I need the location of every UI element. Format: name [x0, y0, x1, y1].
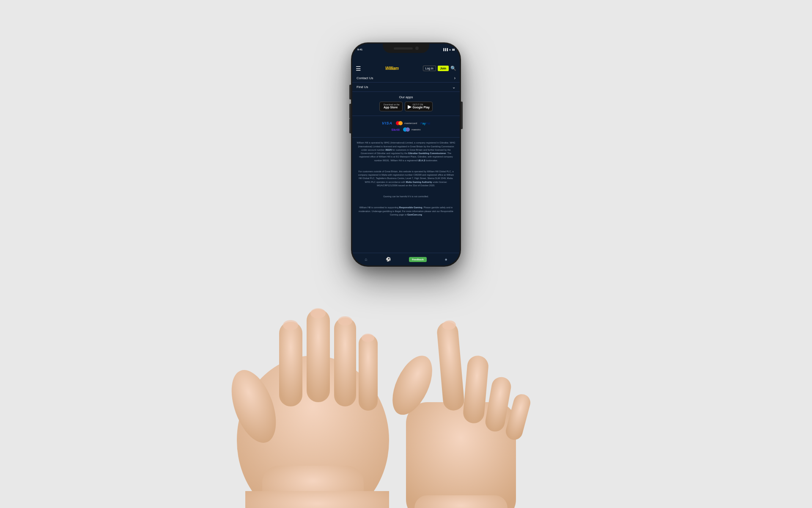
- bottom-nav-home[interactable]: ⌂: [365, 257, 368, 262]
- app-store-button[interactable]: Download on the App Store: [379, 102, 403, 111]
- skrill-logo: Skrill: [391, 128, 400, 132]
- maestro-text: maestro: [411, 128, 421, 131]
- brand-logo: William: [385, 66, 398, 71]
- svg-point-7: [310, 308, 326, 318]
- visa-logo: VISA: [382, 121, 392, 125]
- legal-text-1: William Hill is operated by WHG (Interna…: [357, 141, 455, 162]
- mastercard-logo: mastercard: [396, 121, 417, 125]
- notch-speaker: [394, 47, 413, 50]
- svg-point-9: [362, 334, 374, 342]
- find-us-label: Find Us: [357, 85, 368, 89]
- svg-rect-4: [334, 318, 356, 406]
- svg-rect-19: [414, 495, 508, 508]
- find-us-chevron-icon: ⌄: [452, 85, 455, 89]
- right-hand: [381, 224, 541, 508]
- svg-point-6: [283, 320, 298, 330]
- svg-rect-11: [245, 491, 389, 508]
- find-us-row[interactable]: Find Us ⌄: [352, 83, 460, 92]
- mc-circles: [396, 121, 403, 125]
- svg-rect-5: [359, 334, 378, 411]
- app-buttons: Download on the App Store ▶ GET IT ON Go…: [357, 102, 455, 111]
- google-play-name: Google Play: [413, 106, 430, 109]
- contact-us-label: Contact Us: [357, 76, 373, 80]
- app-store-texts: Download on the App Store: [384, 104, 400, 109]
- app-store-name: App Store: [384, 106, 400, 109]
- mastercard-text: mastercard: [404, 122, 417, 124]
- payment-row-1: VISA mastercard PayPal: [357, 121, 455, 125]
- maestro-circle-purple: [406, 127, 410, 132]
- contact-us-row[interactable]: Contact Us ›: [352, 74, 460, 83]
- legal-text-4: William Hill is committed to supporting …: [357, 206, 455, 216]
- paypal-logo: PayPal: [420, 122, 430, 125]
- search-icon[interactable]: 🔍: [450, 66, 456, 71]
- scene: 9:41 ▐▐▐ ▲ ▮▮ ☰ William Log in Jo: [0, 0, 812, 508]
- svg-rect-3: [307, 309, 330, 402]
- legal-text-3: Gaming can be harmful if it is not contr…: [357, 195, 455, 198]
- status-time: 9:41: [357, 48, 362, 51]
- signal-icon: ▐▐▐: [442, 48, 448, 51]
- hamburger-icon[interactable]: ☰: [356, 65, 361, 72]
- maestro-logo: maestro: [403, 127, 421, 132]
- google-play-texts: GET IT ON Google Play: [413, 104, 430, 109]
- contact-chevron-icon: ›: [454, 76, 455, 80]
- payment-row-2: Skrill maestro: [357, 127, 455, 132]
- legal-text-2: For customers outside of Great Britain, …: [357, 170, 455, 187]
- our-apps-section: Our apps Download on the App Store ▶: [352, 92, 460, 116]
- join-button[interactable]: Join: [438, 66, 449, 71]
- navbar: ☰ William Log in Join 🔍: [352, 53, 460, 74]
- left-hand: [228, 229, 406, 508]
- payment-section: VISA mastercard PayPal: [352, 116, 460, 138]
- status-icons: ▐▐▐ ▲ ▮▮: [442, 48, 455, 51]
- google-play-icon: ▶: [408, 104, 411, 109]
- svg-point-8: [338, 316, 352, 326]
- svg-rect-14: [436, 321, 465, 411]
- battery-icon: ▮▮: [452, 48, 455, 51]
- home-icon: ⌂: [365, 257, 368, 262]
- navbar-right: Log in Join 🔍: [423, 66, 456, 71]
- paypal-pal: Pal: [425, 122, 430, 125]
- our-apps-title: Our apps: [357, 95, 455, 99]
- mc-circle-yellow: [398, 121, 403, 125]
- login-box[interactable]: Log in: [423, 66, 436, 71]
- phone-notch: [383, 44, 429, 53]
- notch-camera: [415, 47, 419, 50]
- wifi-icon: ▲: [449, 48, 451, 51]
- google-play-button[interactable]: ▶ GET IT ON Google Play: [405, 102, 433, 111]
- maestro-circles: [403, 127, 410, 132]
- svg-rect-2: [279, 322, 302, 406]
